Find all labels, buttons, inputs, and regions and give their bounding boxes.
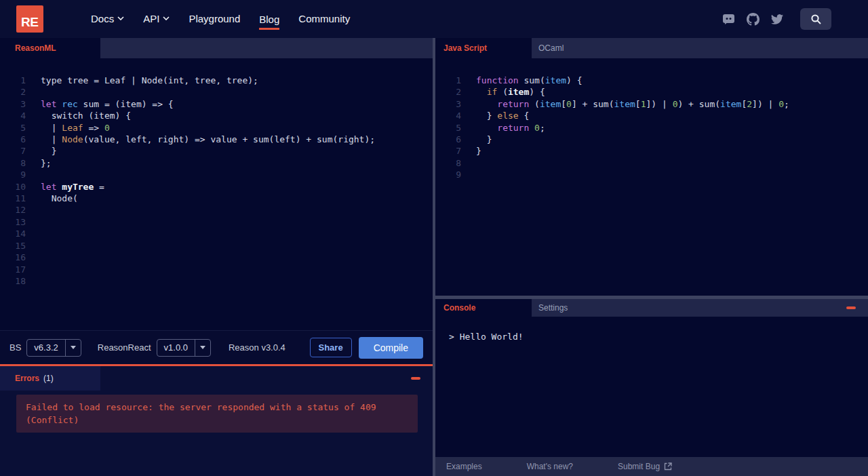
main-split: ReasonML 1type tree = Leaf | Node(int, t… [0, 38, 868, 476]
collapse-console-button[interactable] [846, 306, 856, 309]
line-number: 6 [435, 134, 461, 145]
code-line: 6 } [435, 134, 868, 145]
code-line: 1function sum(item) { [435, 75, 868, 86]
footer-link-submit-bug[interactable]: Submit Bug [618, 462, 672, 471]
code-text: Node( [41, 193, 78, 204]
code-text: let rec sum = (item) => { [41, 98, 174, 110]
line-number: 5 [0, 122, 26, 134]
code-line: 15 [0, 240, 433, 252]
line-number: 6 [0, 134, 26, 145]
reasonreact-version-select[interactable]: v1.0.0 [157, 339, 211, 357]
tab-errors[interactable]: Errors (1) [0, 366, 100, 391]
nav-link-api[interactable]: API [143, 13, 170, 26]
reason-tabstrip: ReasonML [0, 38, 433, 58]
console-tabstrip: Console Settings [435, 299, 868, 317]
caret-down-icon [195, 346, 210, 349]
search-button[interactable] [800, 8, 831, 30]
footer-link-whats-new[interactable]: What's new? [527, 462, 573, 471]
tab-ocaml[interactable]: OCaml [532, 38, 570, 58]
code-text: } else { [476, 110, 529, 121]
left-column: ReasonML 1type tree = Leaf | Node(int, t… [0, 38, 433, 476]
error-message: Failed to load resource: the server resp… [16, 395, 418, 433]
console-output: > Hello World! [435, 317, 868, 457]
reasonreact-version-value: v1.0.0 [157, 342, 195, 353]
line-number: 18 [0, 275, 26, 287]
line-number: 7 [0, 145, 26, 157]
line-number: 17 [0, 264, 26, 275]
code-line: 3 return (item[0] + sum(item[1]) | 0) + … [435, 98, 868, 110]
chevron-down-icon [163, 16, 170, 20]
code-line: 9 [435, 169, 868, 180]
tab-settings[interactable]: Settings [532, 299, 574, 317]
code-text: | Leaf => 0 [41, 122, 110, 134]
footer-link-examples[interactable]: Examples [446, 462, 482, 471]
code-line: 7 } [0, 145, 433, 157]
footer-link-label: Examples [446, 462, 482, 471]
code-line: 5 return 0; [435, 122, 868, 134]
javascript-output-editor[interactable]: 1function sum(item) {2 if (item) {3 retu… [435, 58, 868, 296]
reason-editor[interactable]: 1type tree = Leaf | Node(int, tree, tree… [0, 58, 433, 330]
code-line: 8 [435, 157, 868, 169]
errors-tab-label: Errors [15, 374, 39, 383]
bs-label: BS [9, 342, 21, 353]
reasonreact-label: ReasonReact [98, 342, 151, 353]
right-column: Java Script OCaml 1function sum(item) {2… [435, 38, 868, 476]
nav-link-docs[interactable]: Docs [91, 13, 124, 26]
code-text: return (item[0] + sum(item[1]) | 0) + su… [476, 98, 789, 110]
code-text: } [41, 145, 56, 157]
code-line: 1type tree = Leaf | Node(int, tree, tree… [0, 75, 433, 86]
caret-down-icon [66, 346, 81, 349]
toolbar: BS v6.3.2 ReasonReact v1.0.0 Reason v3.0… [0, 330, 433, 364]
reason-version-text: Reason v3.0.4 [229, 342, 285, 353]
code-line: 12 [0, 204, 433, 216]
line-number: 1 [435, 75, 461, 86]
line-number: 3 [0, 98, 26, 110]
tab-javascript[interactable]: Java Script [435, 38, 532, 58]
line-number: 13 [0, 216, 26, 228]
line-number: 12 [0, 204, 26, 216]
nav-link-playground[interactable]: Playground [189, 13, 240, 26]
line-number: 5 [435, 122, 461, 134]
line-number: 8 [435, 157, 461, 169]
share-button[interactable]: Share [310, 338, 352, 357]
tab-console[interactable]: Console [435, 299, 532, 317]
line-number: 4 [0, 110, 26, 121]
code-line: 2 if (item) { [435, 86, 868, 98]
code-text: function sum(item) { [476, 75, 583, 86]
line-number: 15 [0, 240, 26, 252]
github-icon[interactable] [746, 12, 760, 26]
nav-link-blog[interactable]: Blog [259, 14, 279, 30]
navbar-icons [722, 8, 831, 30]
nav-link-label: Community [298, 13, 350, 24]
code-line: 4 } else { [435, 110, 868, 121]
chevron-down-icon [117, 16, 124, 20]
code-text: }; [41, 157, 52, 169]
line-number: 1 [0, 75, 26, 86]
navbar: RE Docs API Playground Blog Community [0, 0, 868, 38]
tab-reasonml[interactable]: ReasonML [0, 38, 100, 58]
twitter-icon[interactable] [770, 12, 784, 26]
line-number: 8 [0, 157, 26, 169]
search-icon [810, 14, 822, 25]
footer-link-label: What's new? [527, 462, 573, 471]
code-line: 2 [0, 86, 433, 98]
line-number: 2 [0, 86, 26, 98]
reason-logo[interactable]: RE [16, 5, 43, 33]
line-number: 3 [435, 98, 461, 110]
code-line: 6 | Node(value, left, right) => value + … [0, 134, 433, 145]
collapse-errors-button[interactable] [411, 377, 420, 380]
nav-link-community[interactable]: Community [298, 13, 350, 26]
code-line: 13 [0, 216, 433, 228]
discord-icon[interactable] [722, 12, 735, 26]
line-number: 14 [0, 228, 26, 239]
nav-link-label: API [143, 13, 159, 24]
line-number: 7 [435, 145, 461, 157]
code-line: 16 [0, 252, 433, 263]
bs-version-select[interactable]: v6.3.2 [26, 339, 81, 357]
nav-link-label: Playground [189, 13, 240, 24]
nav-links: Docs API Playground Blog Community [91, 13, 350, 26]
line-number: 9 [0, 169, 26, 180]
nav-link-label: Blog [259, 14, 279, 25]
code-line: 10let myTree = [0, 181, 433, 193]
compile-button[interactable]: Compile [359, 337, 423, 359]
